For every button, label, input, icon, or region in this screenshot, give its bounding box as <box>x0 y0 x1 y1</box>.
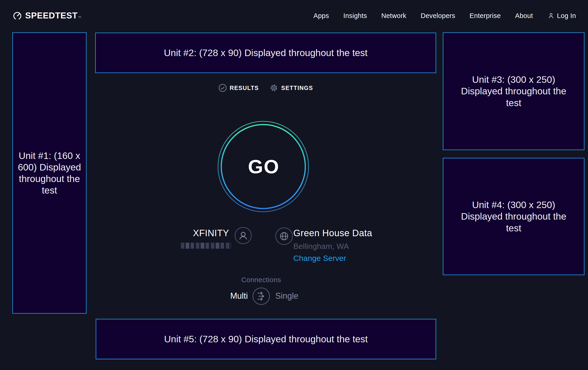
ad-unit-2-text: Unit #2: (728 x 90) Displayed throughout… <box>164 47 368 59</box>
nav-item-about[interactable]: About <box>515 12 533 20</box>
server-name: Green House Data <box>293 228 372 238</box>
ad-unit-3[interactable]: Unit #3: (300 x 250) Displayed throughou… <box>443 32 585 150</box>
server-location: Bellingham, WA <box>293 242 349 251</box>
nav-item-developers[interactable]: Developers <box>420 12 455 20</box>
gear-icon <box>270 83 278 92</box>
connections-toggle-icon[interactable] <box>252 287 270 305</box>
ad-unit-4[interactable]: Unit #4: (300 x 250) Displayed throughou… <box>443 158 585 275</box>
nav-item-enterprise[interactable]: Enterprise <box>470 12 501 20</box>
check-circle-icon <box>219 84 227 92</box>
connections-label: Connections <box>215 276 307 284</box>
tabs-row: RESULTS SETTINGS <box>95 83 436 92</box>
tab-settings-label: SETTINGS <box>281 85 313 91</box>
brand-name: SPEEDTEST <box>25 11 78 20</box>
ad-unit-1-text: Unit #1: (160 x 600) Displayed throughou… <box>16 150 83 196</box>
change-server-link[interactable]: Change Server <box>293 254 346 263</box>
server-globe-icon <box>275 227 293 245</box>
nav-item-network[interactable]: Network <box>381 12 406 20</box>
brand-trademark: ™ <box>78 16 81 19</box>
header: SPEEDTEST™ Apps Insights Network Develop… <box>13 0 576 31</box>
speedtest-page: SPEEDTEST™ Apps Insights Network Develop… <box>0 0 588 370</box>
masked-ip-address <box>181 243 231 249</box>
speedtest-gauge-icon <box>13 11 22 20</box>
tab-results[interactable]: RESULTS <box>219 83 259 92</box>
speedtest-logo[interactable]: SPEEDTEST™ <box>13 11 81 20</box>
ad-unit-1[interactable]: Unit #1: (160 x 600) Displayed throughou… <box>12 32 87 314</box>
isp-user-icon <box>234 227 252 244</box>
nav-item-insights[interactable]: Insights <box>343 12 367 20</box>
main-nav: Apps Insights Network Developers Enterpr… <box>313 12 576 20</box>
tab-settings[interactable]: SETTINGS <box>270 83 313 92</box>
connections-single-option[interactable]: Single <box>275 291 298 301</box>
nav-item-apps[interactable]: Apps <box>313 12 329 20</box>
ad-unit-5-text: Unit #5: (728 x 90) Displayed throughout… <box>164 333 368 345</box>
ad-unit-5[interactable]: Unit #5: (728 x 90) Displayed throughout… <box>96 319 436 359</box>
tab-results-label: RESULTS <box>230 85 259 91</box>
go-button[interactable]: GO <box>215 118 312 215</box>
ad-unit-2[interactable]: Unit #2: (728 x 90) Displayed throughout… <box>95 32 436 73</box>
user-icon <box>547 12 555 19</box>
login-label: Log In <box>557 12 576 20</box>
login-button[interactable]: Log In <box>547 12 576 20</box>
ad-unit-4-text: Unit #4: (300 x 250) Displayed throughou… <box>460 199 568 234</box>
isp-name: XFINITY <box>193 228 229 238</box>
ad-unit-3-text: Unit #3: (300 x 250) Displayed throughou… <box>460 74 568 109</box>
connections-multi-option[interactable]: Multi <box>230 291 248 301</box>
go-button-label: GO <box>215 118 312 215</box>
